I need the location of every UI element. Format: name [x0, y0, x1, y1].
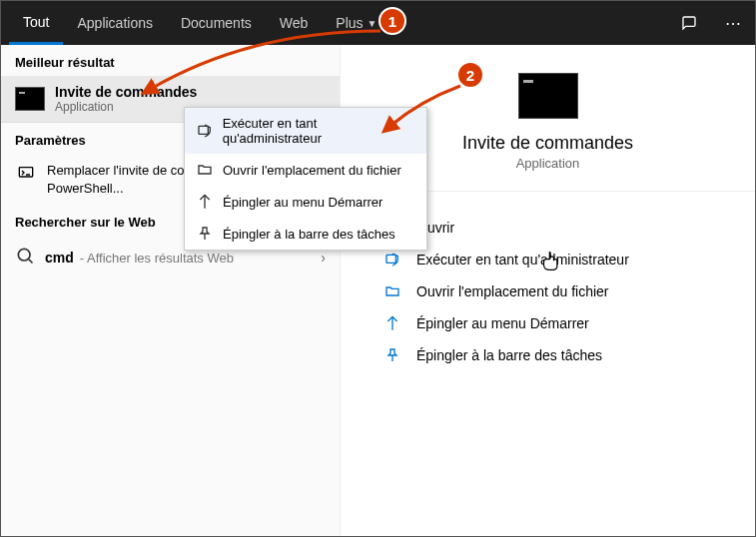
cmd-large-icon — [518, 73, 578, 119]
tab-documents[interactable]: Documents — [167, 1, 266, 45]
action-label: Exécuter en tant qu'administrateur — [416, 252, 629, 268]
ctx-label: Ouvrir l'emplacement du fichier — [223, 163, 401, 178]
pin-start-icon — [380, 315, 404, 331]
annotation-badge-2: 2 — [456, 61, 484, 89]
action-label: Ouvrir l'emplacement du fichier — [416, 283, 609, 299]
action-label: Épingler à la barre des tâches — [416, 347, 602, 363]
folder-icon — [380, 283, 404, 299]
ctx-run-admin[interactable]: Exécuter en tant qu'administrateur — [185, 108, 426, 154]
best-result-subtitle: Application — [55, 100, 197, 114]
action-open-location[interactable]: Ouvrir l'emplacement du fichier — [380, 275, 715, 307]
chevron-right-icon: › — [321, 250, 326, 266]
svg-point-1 — [18, 249, 30, 261]
web-query-text: cmd — [45, 250, 74, 266]
cursor-icon — [541, 251, 561, 277]
action-pin-start[interactable]: Épingler au menu Démarrer — [380, 307, 715, 339]
best-result-title: Invite de commandes — [55, 84, 197, 100]
admin-icon — [380, 252, 404, 268]
ctx-label: Épingler au menu Démarrer — [223, 195, 382, 210]
pin-taskbar-icon — [195, 226, 215, 242]
action-pin-taskbar[interactable]: Épingler à la barre des tâches — [380, 339, 715, 371]
best-result-label: Meilleur résultat — [1, 45, 340, 76]
ctx-pin-taskbar[interactable]: Épingler à la barre des tâches — [185, 218, 426, 250]
ctx-label: Exécuter en tant qu'administrateur — [223, 116, 416, 146]
ctx-label: Épingler à la barre des tâches — [223, 227, 395, 242]
action-label: Épingler au menu Démarrer — [416, 315, 589, 331]
svg-rect-4 — [199, 126, 208, 134]
web-suffix-text: - Afficher les résultats Web — [80, 251, 234, 266]
details-subtitle: Application — [516, 156, 580, 171]
pin-taskbar-icon — [380, 347, 404, 363]
search-icon — [15, 246, 35, 269]
more-options-icon[interactable]: ⋯ — [711, 1, 755, 45]
details-title: Invite de commandes — [462, 133, 633, 154]
chevron-down-icon: ▼ — [368, 18, 378, 29]
terminal-icon — [15, 162, 37, 184]
tab-applications[interactable]: Applications — [63, 1, 167, 45]
pin-start-icon — [195, 194, 215, 210]
svg-rect-3 — [386, 255, 395, 263]
folder-icon — [195, 162, 215, 178]
context-menu: Exécuter en tant qu'administrateur Ouvri… — [184, 107, 427, 251]
action-open[interactable]: Ouvrir — [380, 212, 715, 244]
tab-all[interactable]: Tout — [9, 1, 63, 45]
feedback-icon[interactable] — [667, 1, 711, 45]
admin-icon — [195, 123, 215, 139]
ctx-open-location[interactable]: Ouvrir l'emplacement du fichier — [185, 154, 426, 186]
tab-web[interactable]: Web — [266, 1, 323, 45]
ctx-pin-start[interactable]: Épingler au menu Démarrer — [185, 186, 426, 218]
cmd-thumbnail-icon — [15, 87, 45, 111]
tab-more-label: Plus — [336, 15, 363, 31]
annotation-badge-1: 1 — [378, 7, 406, 35]
